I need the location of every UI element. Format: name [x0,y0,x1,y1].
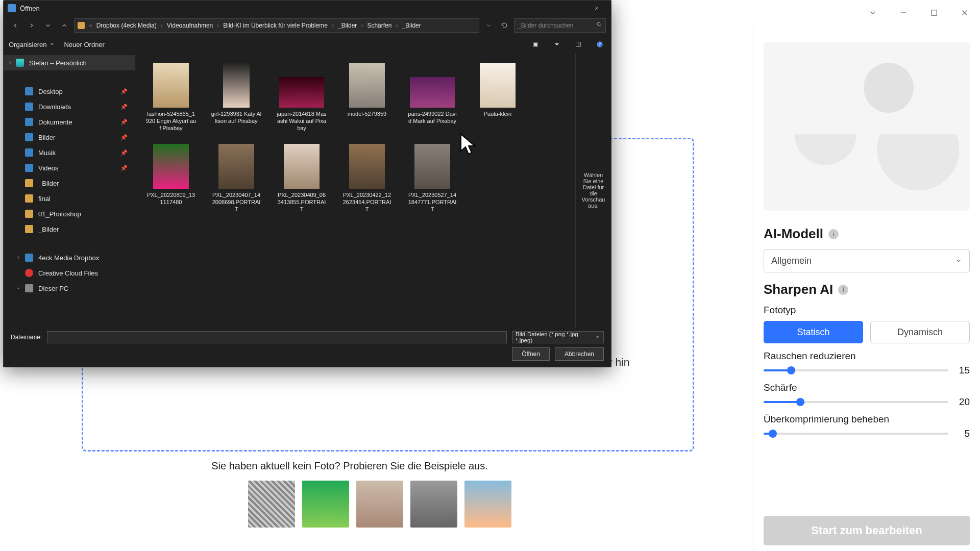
sidebar-item-dropbox[interactable]: 4eck Media Dropbox [4,250,135,265]
organize-menu[interactable]: Organisieren [9,41,55,48]
close-icon[interactable] [586,1,607,16]
svg-marker-11 [555,43,559,45]
sidebar-item-folder[interactable]: 01_Photoshop [4,206,135,221]
view-mode-button[interactable] [529,38,542,51]
refresh-button[interactable] [498,19,511,32]
sidebar-item-folder[interactable]: _Bilder [4,176,135,191]
example-thumb[interactable] [302,481,349,528]
file-item[interactable]: Paula-klein [472,63,523,132]
pin-icon: 📌 [120,104,128,110]
up-button[interactable] [58,19,71,32]
file-name: model-5279359 [348,111,386,118]
sidebar-item-personal[interactable]: Stefan – Persönlich [4,55,135,70]
file-item[interactable]: girl-1293931 Katy Allison auf Pixabay [211,63,262,132]
pin-icon: 📌 [120,134,128,141]
breadcrumb[interactable]: « Dropbox (4eck Media)› Videoaufnahmen› … [74,18,479,33]
maximize-button[interactable] [919,0,949,26]
file-item[interactable]: PXL_20230409_063413855.PORTRAIT [276,144,327,213]
file-name: fashion-5245865_1920 Engin Akyurt auf Pi… [145,111,197,132]
sidebar-item-pictures[interactable]: Bilder📌 [4,130,135,145]
file-item[interactable]: fashion-5245865_1920 Engin Akyurt auf Pi… [145,63,197,132]
segment-static[interactable]: Statisch [764,321,863,343]
slider-thumb[interactable] [796,398,804,406]
folder-icon [25,225,33,233]
fototyp-segment: Statisch Dynamisch [764,321,970,343]
sidebar-item-folder[interactable]: final [4,191,135,206]
back-button[interactable] [9,19,22,32]
example-thumb[interactable] [248,481,295,528]
slider-thumb[interactable] [769,430,777,438]
file-name: PXL_20230407_142008698.PORTRAIT [211,192,262,213]
pin-icon: 📌 [120,119,128,126]
file-thumbnail [223,63,250,108]
view-dropdown[interactable] [551,38,563,51]
dialog-nav: « Dropbox (4eck Media)› Videoaufnahmen› … [4,16,611,35]
recent-dropdown[interactable] [41,19,55,32]
file-item[interactable]: PXL_20230422_122623454.PORTRAIT [341,144,393,213]
cancel-button[interactable]: Abbrechen [555,347,604,361]
file-name: Paula-klein [484,111,511,118]
sidebar-item-folder[interactable]: _Bilder [4,221,135,237]
file-thumbnail [153,144,189,189]
file-item[interactable]: PXL_20220809_131117480 [145,144,197,213]
start-button[interactable]: Start zum bearbeiten [764,516,970,545]
crumb-dropdown[interactable] [482,18,495,33]
file-name: PXL_20230422_122623454.PORTRAIT [341,192,393,213]
search-input[interactable]: _Bilder durchsuchen [514,18,606,33]
examples-row [248,481,511,528]
slider-track[interactable] [764,369,948,371]
sidebar-item-desktop[interactable]: Desktop📌 [4,84,135,99]
minimize-button[interactable] [888,0,919,26]
file-name: girl-1293931 Katy Allison auf Pixabay [211,111,262,125]
dialog-footer: Dateiname: Bild-Dateien (*.png *.jpg *.j… [4,327,611,367]
file-grid[interactable]: fashion-5245865_1920 Engin Akyurt auf Pi… [135,54,575,327]
help-icon[interactable]: ? [594,38,606,51]
chevron-right-icon[interactable] [15,254,22,261]
example-thumb[interactable] [356,481,403,528]
sidebar-item-thispc[interactable]: Dieser PC [4,281,135,296]
file-item[interactable]: paris-2499022 David Mark auf Pixabay [407,63,458,132]
slider-thumb[interactable] [787,366,795,374]
open-button[interactable]: Öffnen [512,347,550,361]
sidebar-item-videos[interactable]: Videos📌 [4,160,135,176]
file-item[interactable]: model-5279359 [341,63,393,132]
sidebar-item-downloads[interactable]: Downloads📌 [4,99,135,114]
segment-dynamic[interactable]: Dynamisch [870,321,970,343]
pin-icon: 📌 [120,165,128,171]
forward-button[interactable] [25,19,38,32]
file-thumbnail [153,63,189,108]
example-thumb[interactable] [410,481,457,528]
file-thumbnail [349,63,385,108]
ai-model-heading: AI-Modell i [764,226,970,242]
slider-track[interactable] [764,401,948,403]
filetype-select[interactable]: Bild-Dateien (*.png *.jpg *.jpeg) [512,331,604,343]
file-name: PXL_20230409_063413855.PORTRAIT [276,192,327,213]
close-button[interactable] [949,0,980,26]
chevron-right-icon[interactable] [7,59,14,66]
right-panel: AI-Modell i Allgemein Sharpen AI i Fotot… [753,28,980,551]
music-icon [25,148,33,157]
file-item[interactable]: PXL_20230527_141847771.PORTRAIT [407,144,458,213]
file-item[interactable]: PXL_20230407_142008698.PORTRAIT [211,144,262,213]
model-select[interactable]: Allgemein [764,249,970,272]
preview-pane-toggle[interactable] [572,38,584,51]
chevron-down-icon[interactable] [15,285,22,292]
sidebar-item-documents[interactable]: Dokumente📌 [4,114,135,130]
folder-icon [78,22,85,29]
info-icon[interactable]: i [838,285,848,295]
file-thumbnail [218,144,254,189]
file-item[interactable]: japan-2014618 Masashi Wakui auf Pixabay [276,63,327,132]
document-icon [25,118,33,126]
info-icon[interactable]: i [828,229,839,239]
slider-track[interactable] [764,433,948,435]
chevron-down-icon[interactable] [857,0,888,26]
filename-input[interactable] [47,331,507,343]
pin-icon: 📌 [120,149,128,156]
new-folder-button[interactable]: Neuer Ordner [64,41,104,48]
sharpen-heading: Sharpen AI i [764,282,970,297]
sidebar-item-cc[interactable]: Creative Cloud Files [4,265,135,281]
sidebar-item-music[interactable]: Musik📌 [4,145,135,160]
example-thumb[interactable] [464,481,511,528]
file-thumbnail [279,77,324,108]
cloud-icon [16,59,24,67]
